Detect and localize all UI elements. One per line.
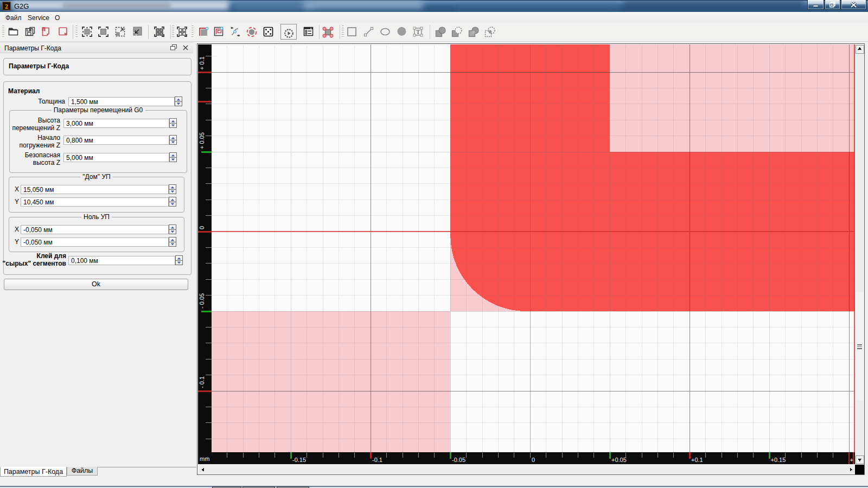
svg-text:- 0.05: - 0.05 bbox=[199, 293, 205, 309]
svg-text:+ 0.1: + 0.1 bbox=[199, 56, 205, 70]
svg-text:+: + bbox=[850, 457, 853, 463]
svg-text:+0.15: +0.15 bbox=[771, 457, 786, 463]
svg-text:-0.05: -0.05 bbox=[452, 457, 465, 463]
svg-text:+ 0.05: + 0.05 bbox=[199, 132, 205, 149]
svg-text:0: 0 bbox=[532, 457, 535, 463]
svg-text:+0.1: +0.1 bbox=[691, 457, 703, 463]
svg-text:-0.1: -0.1 bbox=[372, 457, 382, 463]
svg-text:+0.05: +0.05 bbox=[611, 457, 627, 463]
svg-text:0: 0 bbox=[199, 226, 205, 229]
svg-text:-0.15: -0.15 bbox=[292, 457, 306, 463]
svg-text:2: 2 bbox=[5, 3, 8, 10]
svg-text:mm: mm bbox=[200, 455, 209, 462]
svg-text:- 0.1: - 0.1 bbox=[199, 376, 205, 388]
svg-text:T: T bbox=[416, 29, 420, 35]
